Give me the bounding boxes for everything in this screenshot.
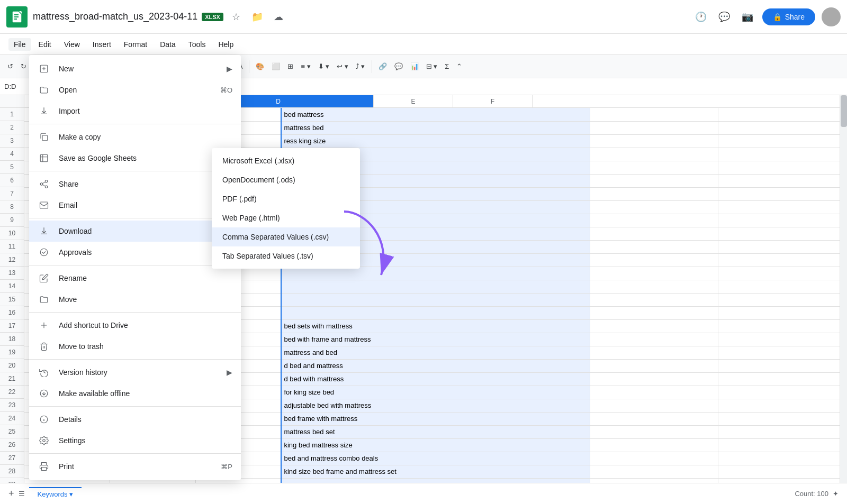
menu-move[interactable]: Move [29,289,241,310]
add-sheet-button[interactable]: + [8,488,14,499]
cell-e1[interactable] [590,108,718,121]
menu-open[interactable]: Open ⌘O [29,79,241,100]
cell-d21[interactable]: d bed with mattress [281,372,590,386]
download-csv[interactable]: Comma Separated Values (.csv) [212,227,360,246]
cell-f5[interactable] [718,161,847,174]
cell-d19[interactable]: mattress and bed [281,346,590,359]
cell-d2[interactable]: mattress bed [281,121,590,134]
menu-details[interactable]: Details [29,409,241,430]
vertical-scrollbar[interactable] [840,108,847,483]
cell-e5[interactable] [590,161,718,174]
cell-d26[interactable]: king bed mattress size [281,438,590,452]
divider-3 [29,218,241,218]
menu-item-data[interactable]: Data [155,38,181,51]
download-pdf[interactable]: PDF (.pdf) [212,189,360,208]
col-header-f[interactable]: F [453,95,533,107]
align-button[interactable]: ≡ ▾ [298,60,313,72]
filter-button[interactable]: ⊟ ▾ [423,60,441,72]
menu-item-insert[interactable]: Insert [87,38,116,51]
cell-d3[interactable]: ress king size [281,134,590,148]
cell-d25[interactable]: mattress bed set [281,425,590,438]
cell-e2[interactable] [590,121,718,134]
cell-e4[interactable] [590,148,718,161]
fill-color-button[interactable]: 🎨 [253,60,267,72]
cell-e3[interactable] [590,134,718,148]
cloud-icon[interactable]: ☁ [270,8,287,25]
folder-icon[interactable]: 📁 [249,8,266,25]
menu-settings[interactable]: Settings [29,430,241,451]
cell-d28[interactable]: kind size bed frame and mattress set [281,465,590,478]
menu-offline[interactable]: Make available offline [29,383,241,404]
expand-button[interactable]: ⌃ [453,60,465,72]
cell-d27[interactable]: bed and mattress combo deals [281,452,590,465]
cell-f8[interactable] [718,200,847,214]
menu-import[interactable]: Import [29,100,241,122]
cell-f10[interactable] [718,227,847,240]
explore-button[interactable]: ✦ [833,490,839,498]
cell-f7[interactable] [718,187,847,200]
cell-d20[interactable]: d bed and mattress [281,359,590,372]
sheet-tab-keywords[interactable]: Keywords ▾ [29,487,82,500]
cell-f1[interactable] [718,108,847,121]
cell-d22[interactable]: for king size bed [281,386,590,399]
redo-button[interactable]: ↻ [17,60,30,72]
cell-f9[interactable] [718,214,847,227]
download-ods[interactable]: OpenDocument (.ods) [212,170,360,189]
merge-button[interactable]: ⊞ [284,60,296,72]
share-button[interactable]: 🔒 Share [762,8,815,25]
comment-icon[interactable]: 💬 [716,8,733,25]
avatar[interactable] [822,7,841,26]
menu-save-sheets[interactable]: Save as Google Sheets [29,148,241,169]
cell-d18[interactable]: bed with frame and mattress [281,333,590,346]
cell-f3[interactable] [718,134,847,148]
borders-button[interactable]: ⬜ [268,60,283,72]
wrap-button[interactable]: ↩ ▾ [334,60,352,72]
cell-e9[interactable] [590,214,718,227]
menu-share[interactable]: Share ▶ [29,173,241,195]
menu-item-file[interactable]: File [8,38,31,51]
menu-download[interactable]: Download ▶ [29,221,241,242]
cell-d23[interactable]: adjustable bed with mattress [281,399,590,412]
menu-item-help[interactable]: Help [213,38,239,51]
menu-approvals[interactable]: Approvals New [29,242,241,263]
valign-button[interactable]: ⬇ ▾ [315,60,333,72]
menu-add-shortcut[interactable]: Add shortcut to Drive [29,315,241,336]
cell-f4[interactable] [718,148,847,161]
menu-move-trash[interactable]: Move to trash [29,336,241,357]
history-icon[interactable]: 🕐 [692,8,709,25]
menu-version-history[interactable]: Version history ▶ [29,362,241,383]
sheets-menu-button[interactable]: ☰ [19,490,25,498]
menu-item-tools[interactable]: Tools [183,38,211,51]
comment-button[interactable]: 💬 [391,60,406,72]
menu-print[interactable]: Print ⌘P [29,456,241,477]
menu-email[interactable]: Email ▶ [29,195,241,216]
menu-item-view[interactable]: View [59,38,85,51]
undo-button[interactable]: ↺ [4,60,16,72]
rotate-button[interactable]: ⤴ ▾ [353,60,368,72]
cell-e8[interactable] [590,200,718,214]
menu-item-format[interactable]: Format [119,38,152,51]
star-icon[interactable]: ☆ [228,8,245,25]
video-icon[interactable]: 📷 [739,8,756,25]
cell-d17[interactable]: bed sets with mattress [281,319,590,333]
cell-e6[interactable] [590,174,718,187]
menu-rename[interactable]: Rename [29,268,241,289]
chart-button[interactable]: 📊 [407,60,422,72]
cell-e7[interactable] [590,187,718,200]
cell-f6[interactable] [718,174,847,187]
menu-item-edit[interactable]: Edit [33,38,57,51]
cell-d1[interactable]: bed mattress [281,108,590,121]
menu-new[interactable]: New ▶ [29,58,241,79]
download-html[interactable]: Web Page (.html) [212,208,360,227]
app-icon[interactable] [6,6,28,28]
cell-d24[interactable]: bed frame with mattress [281,412,590,425]
cell-f2[interactable] [718,121,847,134]
scrollbar-thumb[interactable] [841,108,847,127]
link-button[interactable]: 🔗 [375,60,390,72]
cell-e10[interactable] [590,227,718,240]
col-header-e[interactable]: E [374,95,453,107]
download-tsv[interactable]: Tab Separated Values (.tsv) [212,246,360,265]
function-button[interactable]: Σ [441,60,452,72]
menu-make-copy[interactable]: Make a copy [29,126,241,148]
download-xlsx[interactable]: Microsoft Excel (.xlsx) [212,151,360,170]
